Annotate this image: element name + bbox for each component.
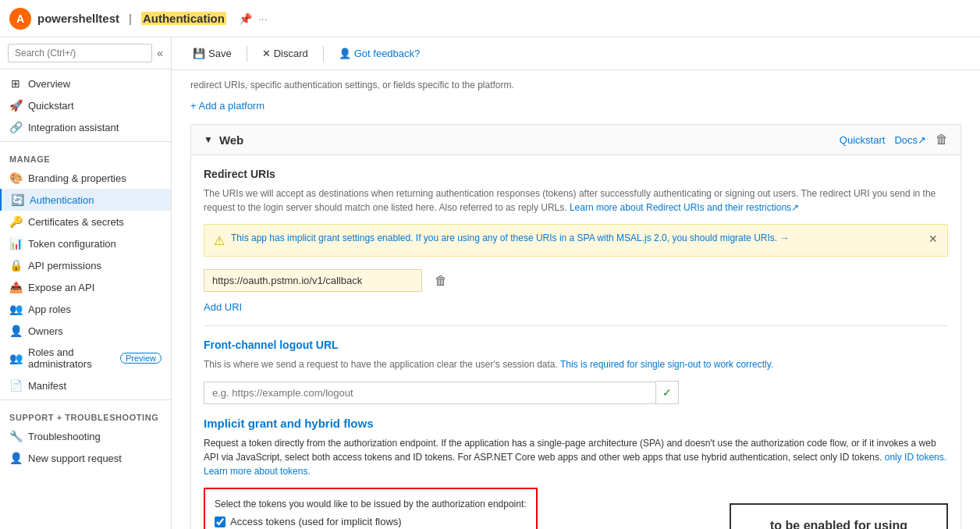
quickstart-link[interactable]: Quickstart [840,134,886,146]
sidebar-label-quickstart: Quickstart [28,100,74,112]
sidebar-item-troubleshooting[interactable]: 🔧 Troubleshooting [0,425,171,447]
front-channel-link[interactable]: This is required for single sign-out to … [560,359,773,370]
add-uri-button[interactable]: Add URI [204,301,242,313]
sidebar-item-new-support[interactable]: 👤 New support request [0,447,171,469]
authentication-icon: 🔄 [11,193,23,206]
discard-icon: ✕ [262,48,271,59]
redirect-uris-link[interactable]: Learn more about Redirect URIs and their… [570,202,799,213]
add-platform-button[interactable]: + Add a platform [190,100,961,112]
sidebar-label-branding: Branding & properties [28,172,126,184]
redirect-uris-title: Redirect URIs [204,168,948,180]
sidebar-item-expose-api[interactable]: 📤 Expose an API [0,276,171,298]
sidebar-label-roles-admins: Roles and administrators [28,346,111,370]
sidebar-item-roles-admins[interactable]: 👥 Roles and administrators Preview [0,342,171,375]
main-content: 💾 Save ✕ Discard 👤 Got feedback? redirec… [172,37,980,529]
uri-delete-icon[interactable]: 🗑 [435,274,447,288]
implicit-grant-title: Implicit grant and hybrid flows [204,417,948,430]
app-name: powershelltest [37,12,119,25]
title-separator: | [129,12,132,25]
sidebar-label-overview: Overview [28,78,70,90]
save-icon: 💾 [193,48,205,59]
front-channel-title: Front-channel logout URL [204,339,948,351]
page-content: redirect URIs, specific authentication s… [172,70,980,529]
owners-icon: 👤 [9,325,22,337]
more-icon[interactable]: ··· [258,12,268,25]
token-select-label: Select the tokens you would like to be i… [215,499,527,509]
search-input[interactable] [8,44,152,62]
feedback-label: Got feedback? [354,48,421,59]
front-channel-desc: This is where we send a request to have … [204,357,948,371]
warning-close-icon[interactable]: ✕ [929,233,938,245]
sidebar-label-certificates: Certificates & secrets [28,216,124,228]
collapse-icon[interactable]: « [157,47,163,59]
sidebar-item-overview[interactable]: ⊞ Overview [0,73,171,94]
manifest-icon: 📄 [9,379,22,392]
sidebar-item-quickstart[interactable]: 🚀 Quickstart [0,94,171,116]
implicit-learn-more-link[interactable]: Learn more about tokens. [204,466,311,477]
section-actions: Quickstart Docs↗ 🗑 [840,133,948,147]
sidebar-nav: ⊞ Overview 🚀 Quickstart 🔗 Integration as… [0,69,171,529]
sidebar-item-app-roles[interactable]: 👥 App roles [0,298,171,320]
toolbar-divider-2 [323,46,324,62]
new-support-icon: 👤 [9,452,22,464]
support-section-header: Support + Troubleshooting [0,403,171,425]
sidebar-label-token: Token configuration [28,238,116,250]
uri-input[interactable] [204,269,422,292]
sidebar-item-certificates[interactable]: 🔑 Certificates & secrets [0,211,171,233]
sidebar-item-manifest[interactable]: 📄 Manifest [0,375,171,396]
feedback-button[interactable]: 👤 Got feedback? [330,44,429,63]
sidebar-label-expose-api: Expose an API [28,282,94,293]
logout-url-input[interactable] [204,382,656,404]
toolbar-divider-1 [247,46,247,62]
docs-link[interactable]: Docs↗ [894,134,926,146]
access-tokens-label: Access tokens (used for implicit flows) [230,516,402,527]
feedback-icon: 👤 [339,48,351,59]
add-platform-label: + Add a platform [190,100,265,112]
save-label: Save [208,48,232,59]
web-section-title: Web [219,133,833,147]
quickstart-icon: 🚀 [9,99,22,112]
toolbar: 💾 Save ✕ Discard 👤 Got feedback? [172,37,980,70]
sidebar-item-branding[interactable]: 🎨 Branding & properties [0,167,171,189]
sidebar-label-authentication: Authentication [30,194,94,206]
implicit-grant-desc: Request a token directly from the author… [204,436,948,478]
manage-section-header: Manage [0,145,171,167]
sidebar-item-api-permissions[interactable]: 🔒 API permissions [0,254,171,276]
redirect-uris-desc: The URIs we will accept as destinations … [204,186,948,215]
annotation-box: to be enabled for using Implicit Grant f… [730,503,948,529]
delete-section-icon[interactable]: 🗑 [936,133,948,147]
web-section-body: Redirect URIs The URIs we will accept as… [191,155,960,529]
certificates-icon: 🔑 [9,215,22,228]
logout-url-row: ✓ [204,381,948,404]
branding-icon: 🎨 [9,172,22,184]
sidebar-item-owners[interactable]: 👤 Owners [0,320,171,342]
integration-icon: 🔗 [9,121,22,133]
pin-icon[interactable]: 📌 [239,12,252,25]
discard-label: Discard [274,48,308,59]
sidebar-item-integration-assistant[interactable]: 🔗 Integration assistant [0,116,171,138]
api-permissions-icon: 🔒 [9,259,22,272]
web-section-header: ▼ Web Quickstart Docs↗ 🗑 [191,125,960,155]
troubleshooting-icon: 🔧 [9,430,22,442]
sidebar-label-integration: Integration assistant [28,122,119,133]
uri-row: 🗑 [204,269,948,292]
access-tokens-row: Access tokens (used for implicit flows) [215,516,527,527]
warning-text[interactable]: This app has implicit grant settings ena… [231,233,922,243]
token-icon: 📊 [9,237,22,250]
access-tokens-checkbox[interactable] [215,517,225,527]
collapse-toggle[interactable]: ▼ [204,134,213,145]
annotation-area: to be enabled for using Implicit Grant f… [550,503,948,529]
sidebar-label-manifest: Manifest [28,380,66,392]
page-title: Authentication [141,12,226,25]
overview-icon: ⊞ [9,77,22,90]
token-select-box: Select the tokens you would like to be i… [204,488,538,529]
implicit-id-tokens-link[interactable]: only ID tokens. [885,452,946,463]
discard-button[interactable]: ✕ Discard [254,44,317,63]
sidebar-item-token-config[interactable]: 📊 Token configuration [0,233,171,254]
warning-banner: ⚠ This app has implicit grant settings e… [204,224,948,257]
save-button[interactable]: 💾 Save [184,44,240,63]
sidebar-item-authentication[interactable]: 🔄 Authentication [0,189,171,211]
logout-check-icon: ✓ [656,381,679,404]
sidebar: « ⊞ Overview 🚀 Quickstart 🔗 Integration … [0,37,172,529]
sidebar-search-bar: « [0,37,171,69]
